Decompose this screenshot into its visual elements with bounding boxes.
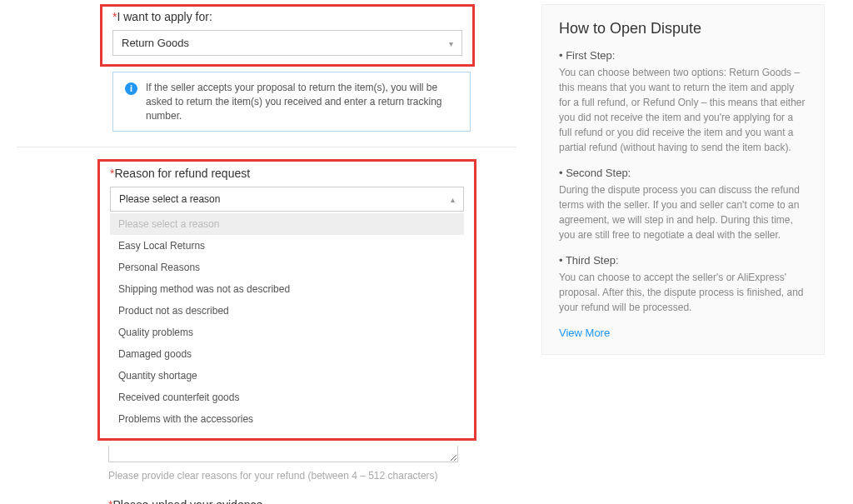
sidebar-column: How to Open Dispute • First Step: You ca… — [541, 4, 825, 504]
textarea-hint: Please provide clear reasons for your re… — [108, 470, 516, 482]
divider — [17, 147, 516, 147]
reason-option[interactable]: Problems with the accessories — [110, 408, 464, 430]
reason-option[interactable]: Product not as described — [110, 300, 464, 322]
reason-option[interactable]: Easy Local Returns — [110, 235, 464, 257]
reason-selected: Please select a reason — [119, 193, 220, 205]
upload-label: *Please upload your evidence. — [108, 498, 466, 504]
info-text: If the seller accepts your proposal to r… — [146, 81, 458, 122]
reason-option[interactable]: Quantity shortage — [110, 365, 464, 387]
apply-for-label: *I want to apply for: — [112, 10, 462, 23]
reason-dropdown: Please select a reason Easy Local Return… — [110, 213, 464, 430]
reason-option[interactable]: Received counterfeit goods — [110, 387, 464, 408]
reason-select[interactable]: Please select a reason ▴ — [110, 187, 464, 212]
reason-option-placeholder[interactable]: Please select a reason — [110, 213, 464, 235]
reason-option[interactable]: Damaged goods — [110, 343, 464, 365]
chevron-down-icon: ▾ — [449, 38, 453, 47]
apply-for-value: Return Goods — [122, 37, 189, 49]
chevron-up-icon: ▴ — [451, 195, 455, 204]
reason-textarea[interactable] — [108, 446, 458, 462]
view-more-link[interactable]: View More — [559, 327, 610, 339]
info-box: i If the seller accepts your proposal to… — [112, 72, 471, 132]
reason-option[interactable]: Personal Reasons — [110, 257, 464, 278]
step-text: During the dispute process you can discu… — [559, 182, 807, 242]
step-label: • Third Step: — [559, 254, 807, 267]
upload-section: *Please upload your evidence. Browse You… — [108, 498, 466, 504]
reason-label: *Reason for refund request — [110, 167, 464, 180]
panel-title: How to Open Dispute — [559, 20, 807, 37]
reason-block: *Reason for refund request Please select… — [97, 159, 476, 441]
step-label: • Second Step: — [559, 167, 807, 179]
how-to-panel: How to Open Dispute • First Step: You ca… — [541, 4, 825, 355]
info-icon: i — [125, 82, 137, 95]
step-text: You can choose to accept the seller's or… — [559, 270, 807, 315]
step-text: You can choose between two options: Retu… — [559, 65, 807, 155]
apply-for-block: *I want to apply for: Return Goods ▾ — [100, 4, 475, 67]
reason-option[interactable]: Shipping method was not as described — [110, 278, 464, 300]
step-label: • First Step: — [559, 49, 807, 62]
apply-for-select[interactable]: Return Goods ▾ — [112, 30, 462, 56]
reason-option[interactable]: Quality problems — [110, 322, 464, 343]
form-column: *I want to apply for: Return Goods ▾ i I… — [17, 4, 516, 504]
